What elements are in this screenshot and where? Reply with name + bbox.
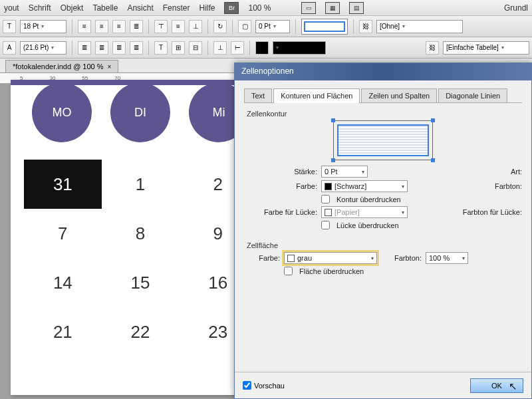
rotate-text-icon[interactable]: ↻ (213, 20, 227, 33)
screen-mode-icon[interactable]: ▭ (301, 2, 316, 14)
merge-cells-icon[interactable]: ⊞ (172, 41, 185, 55)
align-right-icon[interactable]: ≡ (112, 20, 126, 33)
tab-rows-cols[interactable]: Zeilen und Spalten (361, 88, 437, 102)
justify-right-icon[interactable]: ≣ (130, 41, 143, 55)
justify-center-icon[interactable]: ≣ (112, 41, 126, 55)
control-panel-row2: A (21.6 Pt) ≣ ≣ ≣ ≣ T ⊞ ⊟ ⊥ ⊢ ⛓ [Einfach… (0, 37, 532, 59)
text-rotate-icon[interactable]: T (154, 41, 168, 55)
leading-combo[interactable]: (21.6 Pt) (20, 41, 66, 55)
menu-item[interactable]: Schrift (29, 3, 51, 13)
stroke-style-combo[interactable] (273, 41, 326, 55)
menubar: yout Schrift Objekt Tabelle Ansicht Fens… (0, 0, 532, 16)
table-style-combo[interactable]: [Einfache Tabelle] (443, 41, 529, 55)
char-format-icon[interactable]: T (3, 20, 16, 33)
day-header: DI (110, 82, 170, 142)
cell-options-dialog: Zellenoptionen Text Konturen und Flächen… (234, 63, 532, 399)
label-tint: Farbton: (495, 182, 522, 190)
label-gap-tint: Farbton für Lücke: (463, 208, 522, 216)
menu-item[interactable]: Ansicht (127, 3, 153, 13)
gap-color-combo[interactable]: [Papier] (321, 206, 408, 218)
table-cell[interactable]: 31 (24, 160, 102, 209)
fill-color-combo[interactable]: grau (284, 252, 377, 264)
table-cell[interactable]: 1 (102, 160, 180, 209)
cursor-icon: ↖ (509, 380, 517, 392)
view-options-icon[interactable]: ▤ (349, 2, 364, 14)
stroke-color-combo[interactable]: [Schwarz] (321, 180, 408, 192)
tab-strokes-fills[interactable]: Konturen und Flächen (273, 88, 360, 102)
label-fill-color: Farbe: (244, 254, 280, 262)
font-size-combo[interactable]: 18 Pt (20, 20, 66, 33)
table-cell[interactable]: 15 (102, 258, 180, 307)
overprint-fill-check[interactable] (284, 267, 293, 275)
control-panel-row1: T 18 Pt ≡ ≡ ≡ ≣ ⊤ ≡ ⊥ ↻ ▢ 0 Pt ⛓ [Ohne] (0, 16, 532, 37)
preview-check[interactable] (243, 381, 251, 390)
label-color: Farbe: (244, 182, 317, 190)
menu-item[interactable]: Tabelle (92, 3, 118, 13)
pt-combo[interactable]: 0 Pt (255, 20, 290, 33)
ok-button[interactable]: OK ↖ (470, 378, 523, 393)
tab-diagonal[interactable]: Diagonale Linien (438, 88, 507, 102)
dialog-tabrow: Text Konturen und Flächen Zeilen und Spa… (244, 88, 522, 103)
split-cell-icon[interactable]: ⊟ (189, 41, 202, 55)
stroke-icon[interactable]: ▢ (238, 20, 251, 33)
overprint-fill-label: Fläche überdrucken (299, 267, 364, 275)
fill-tint-field[interactable]: 100 % (426, 252, 468, 264)
doc-tab-label: *fotokalender.indd @ 100 % (13, 63, 104, 70)
cell-style-combo[interactable]: [Ohne] (376, 20, 463, 33)
bridge-icon[interactable]: Br (224, 2, 239, 14)
align-left-icon[interactable]: ≡ (78, 20, 91, 33)
valign-top-icon[interactable]: ⊤ (154, 20, 168, 33)
label-weight: Stärke: (244, 168, 317, 176)
menu-item[interactable]: yout (4, 3, 19, 13)
valign-middle-icon[interactable]: ≡ (172, 20, 185, 33)
table-cell[interactable]: 22 (102, 307, 180, 356)
dialog-title: Zellenoptionen (235, 63, 531, 80)
calendar-table[interactable]: 31 1 2 7 8 9 14 15 16 21 22 23 (24, 160, 257, 356)
overprint-gap-label: Lücke überdrucken (336, 221, 399, 229)
group-stroke: Zellenkontur (247, 110, 522, 118)
row-height-icon[interactable]: ⊥ (213, 41, 227, 55)
table-cell[interactable]: 21 (24, 307, 102, 356)
fill-swatch-icon[interactable] (255, 41, 269, 55)
tab-text[interactable]: Text (244, 88, 272, 102)
overprint-stroke-check[interactable] (321, 195, 330, 203)
style-chain-icon[interactable]: ⛓ (359, 20, 372, 33)
table-style-chain-icon[interactable]: ⛓ (426, 41, 439, 55)
label-gap-color: Farbe für Lücke: (244, 208, 317, 216)
cell-preview[interactable] (301, 19, 348, 35)
label-type: Art: (511, 168, 522, 176)
overprint-stroke-label: Kontur überdrucken (336, 196, 401, 203)
zoom-combo[interactable]: 100 % (248, 3, 292, 13)
day-header: MO (32, 82, 92, 142)
page: MO DI Mi 31 1 2 7 8 9 14 15 16 21 22 23 (11, 80, 270, 395)
valign-bottom-icon[interactable]: ⊥ (189, 20, 202, 33)
col-width-icon[interactable]: ⊢ (231, 41, 244, 55)
stroke-proxy[interactable] (333, 120, 433, 160)
label-fill-tint: Farbton: (394, 254, 422, 262)
arrange-icon[interactable]: ▦ (325, 2, 340, 14)
menu-item[interactable]: Objekt (61, 3, 84, 13)
preview-label: Vorschau (254, 382, 285, 390)
doc-tab[interactable]: *fotokalender.indd @ 100 % × (5, 60, 118, 72)
align-center-icon[interactable]: ≡ (95, 20, 108, 33)
leading-icon[interactable]: A (3, 41, 16, 55)
group-fill: Zellfläche (247, 241, 522, 249)
overprint-gap-check[interactable] (321, 221, 330, 229)
justify-icon[interactable]: ≣ (130, 20, 143, 33)
menu-item[interactable]: Hilfe (199, 3, 215, 13)
workspace-label[interactable]: Grundl (504, 3, 528, 13)
menu-item[interactable]: Fenster (163, 3, 190, 13)
justify-left-icon[interactable]: ≣ (95, 41, 108, 55)
close-icon[interactable]: × (108, 63, 112, 70)
stroke-weight-combo[interactable]: 0 Pt (321, 166, 368, 178)
table-cell[interactable]: 14 (24, 258, 102, 307)
table-cell[interactable]: 7 (24, 209, 102, 258)
justify-all-icon[interactable]: ≣ (78, 41, 91, 55)
table-cell[interactable]: 8 (102, 209, 180, 258)
